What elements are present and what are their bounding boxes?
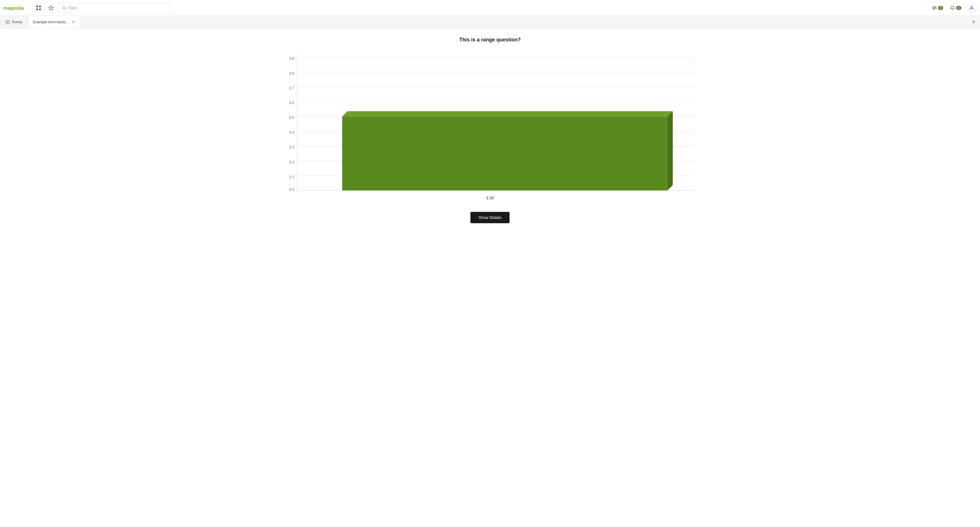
active-tab[interactable]: Example form boots... ✕ bbox=[29, 16, 81, 28]
star-icon[interactable] bbox=[46, 3, 56, 13]
sidebar-tab-forms[interactable]: Forms bbox=[0, 16, 29, 28]
notifications-button[interactable]: 2 bbox=[947, 4, 964, 12]
sidebar-label: Forms bbox=[12, 20, 22, 24]
tasks-button[interactable]: 0 bbox=[929, 4, 946, 12]
svg-rect-3 bbox=[36, 8, 38, 10]
search-icon bbox=[62, 6, 66, 10]
svg-rect-7 bbox=[932, 6, 936, 7]
svg-text:3.2: 3.2 bbox=[289, 160, 294, 164]
svg-text:magnolia: magnolia bbox=[3, 5, 24, 11]
svg-marker-38 bbox=[342, 111, 673, 116]
svg-text:3.5: 3.5 bbox=[289, 115, 294, 120]
svg-text:3.0: 3.0 bbox=[289, 187, 294, 191]
user-button[interactable] bbox=[966, 3, 977, 13]
svg-rect-9 bbox=[932, 9, 935, 10]
svg-rect-4 bbox=[39, 8, 41, 10]
svg-text:3.50: 3.50 bbox=[486, 196, 494, 200]
chart-title: This is a range question? bbox=[459, 37, 520, 43]
search-bar[interactable]: Find... bbox=[59, 3, 172, 13]
chart-wrapper: 3.9 3.8 3.7 3.6 3.5 3.4 3.3 3.2 3.1 3.0 bbox=[283, 48, 697, 203]
bell-icon bbox=[950, 5, 955, 11]
grid-icon[interactable] bbox=[33, 3, 44, 13]
svg-rect-1 bbox=[36, 6, 38, 7]
svg-point-10 bbox=[970, 6, 973, 8]
chart-svg: 3.9 3.8 3.7 3.6 3.5 3.4 3.3 3.2 3.1 3.0 bbox=[283, 48, 697, 202]
search-placeholder: Find... bbox=[68, 6, 80, 10]
svg-text:3.9: 3.9 bbox=[289, 56, 294, 61]
svg-rect-2 bbox=[39, 6, 41, 7]
topbar-right: 0 2 bbox=[929, 3, 977, 13]
user-icon bbox=[969, 5, 974, 11]
svg-marker-39 bbox=[668, 111, 673, 190]
tasks-icon bbox=[932, 5, 937, 11]
active-tab-label: Example form boots... bbox=[33, 20, 68, 24]
tabbar-close-button[interactable]: ✕ bbox=[969, 18, 978, 26]
close-tab-button[interactable]: ✕ bbox=[71, 19, 76, 25]
svg-text:3.1: 3.1 bbox=[289, 175, 294, 179]
svg-text:3.4: 3.4 bbox=[289, 130, 294, 134]
forms-icon bbox=[6, 20, 10, 24]
notifications-badge: 2 bbox=[956, 6, 961, 10]
svg-text:3.3: 3.3 bbox=[289, 145, 294, 149]
tabbar: Forms Example form boots... ✕ ✕ bbox=[0, 16, 980, 29]
svg-line-6 bbox=[65, 8, 66, 10]
tasks-badge: 0 bbox=[938, 6, 943, 10]
svg-text:3.6: 3.6 bbox=[289, 101, 294, 105]
logo[interactable]: magnolia bbox=[3, 4, 29, 12]
show-details-button[interactable]: Show Details bbox=[471, 212, 509, 223]
main-content: This is a range question? 3.9 3.8 3.7 3.… bbox=[0, 29, 980, 527]
svg-rect-37 bbox=[342, 116, 668, 191]
svg-text:3.7: 3.7 bbox=[289, 86, 294, 90]
svg-text:3.8: 3.8 bbox=[289, 71, 294, 75]
svg-point-5 bbox=[63, 6, 65, 9]
topbar: magnolia Find... 0 bbox=[0, 0, 980, 16]
